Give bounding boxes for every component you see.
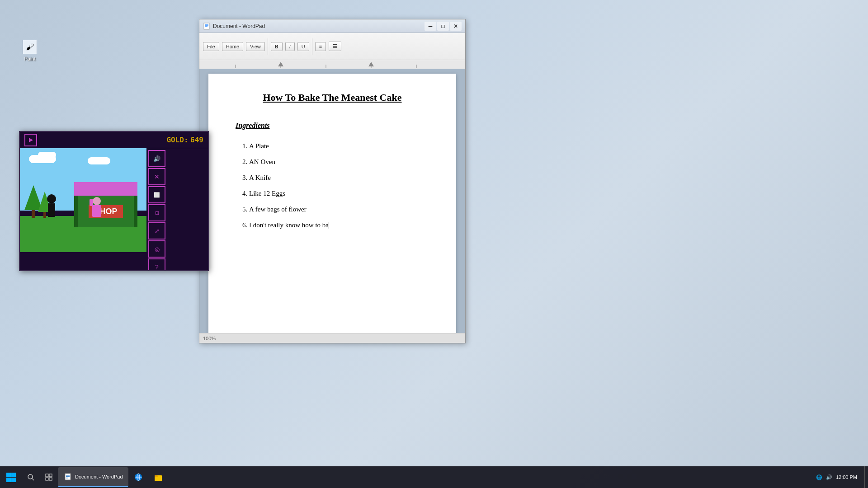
game-expand-button[interactable]: ⤢ [148,222,165,239]
shop-building: SHOP [74,182,137,227]
paint-icon: 🖌 [23,40,37,54]
ruler [199,60,465,69]
svg-rect-1 [205,24,208,25]
ingredients-list: A Plate AN Oven A Knife Like 12 Eggs A f… [236,139,429,233]
toolbar-home-button[interactable]: Home [222,42,243,51]
char-head [47,194,56,203]
wordpad-window: Document - WordPad ─ □ ✕ File Home View … [199,19,466,343]
svg-rect-32 [155,477,162,481]
game-sound-button[interactable]: 🔊 [148,150,165,167]
desktop-icon-label: Paint [24,56,35,61]
game-screen-button[interactable]: ⬜ [148,186,165,203]
toolbar-file-button[interactable]: File [203,42,219,51]
tray-network-icon: 🌐 [816,474,822,480]
svg-rect-22 [49,478,52,480]
game-help-button[interactable]: ? [148,258,165,271]
cloud-3 [88,157,110,164]
list-item: A few bags of flower [249,202,429,217]
search-icon [27,474,34,481]
svg-rect-15 [6,478,11,482]
toolbar-bold-button[interactable]: B [271,42,283,51]
desktop-icon-paint[interactable]: 🖌 Paint [23,40,37,61]
show-desktop-button[interactable] [864,466,868,488]
game-gold-display: GOLD: 649 [166,136,203,144]
svg-rect-25 [66,476,70,477]
toolbar-area: File Home View B I U ≡ ☰ [199,33,465,60]
gold-label: GOLD: [166,136,188,144]
ruler-inner [199,60,465,69]
game-window: GOLD: 649 [19,131,209,271]
list-item: Like 12 Eggs [249,186,429,201]
tray-clock: 12:00 PM [836,474,857,480]
document-area[interactable]: How To Bake The Meanest Cake Ingredients… [199,69,465,333]
char-body [48,203,55,217]
game-scene: SHOP [20,148,146,252]
taskbar: Document - WordPad [0,466,868,488]
taskbar-explorer-item[interactable] [148,467,168,487]
svg-rect-26 [66,478,68,479]
svg-rect-20 [49,474,52,477]
game-top-bar: GOLD: 649 [20,132,208,148]
taskbar-browser-item[interactable] [128,467,148,487]
close-button[interactable]: ✕ [450,22,462,31]
list-item: AN Oven [249,155,429,169]
status-zoom: 100% [203,336,216,341]
tray-volume-icon: 🔊 [826,474,832,480]
svg-rect-19 [46,474,48,477]
taskbar-wordpad-label: Document - WordPad [75,474,123,479]
svg-rect-14 [11,473,16,477]
svg-point-17 [28,474,33,479]
system-tray: 🌐 🔊 12:00 PM [809,474,864,480]
game-target-button[interactable]: ◎ [148,240,165,258]
toolbar-align-center-button[interactable]: ☰ [329,42,341,51]
svg-line-18 [32,479,34,480]
toolbar-separator [268,38,268,55]
wordpad-app-icon [203,23,210,30]
toolbar-italic-button[interactable]: I [285,42,295,51]
document-title: How To Bake The Meanest Cake [236,92,429,103]
svg-rect-13 [6,473,11,477]
browser-icon [134,473,143,482]
player-character [47,194,56,217]
start-button[interactable] [0,466,22,488]
game-resize-button[interactable]: ⊞ [148,204,165,221]
svg-rect-2 [205,25,208,26]
svg-rect-16 [11,478,16,482]
window-title-text: Document - WordPad [213,23,422,29]
document-page: How To Bake The Meanest Cake Ingredients… [208,74,456,333]
game-content: SHOP 🔊 ✕ ⬜ [20,148,208,271]
svg-rect-24 [66,475,70,476]
document-subtitle: Ingredients [236,122,429,130]
toolbar-align-left-button[interactable]: ≡ [315,42,326,51]
explorer-icon [154,473,163,482]
shop-wall: SHOP [74,196,137,227]
maximize-button[interactable]: □ [437,22,449,31]
wordpad-taskbar-icon [63,472,72,481]
window-titlebar: Document - WordPad ─ □ ✕ [199,19,465,33]
list-item: A Knife [249,170,429,185]
text-cursor [329,222,329,229]
svg-marker-12 [29,138,33,142]
svg-rect-3 [205,26,208,27]
gold-value: 649 [190,136,203,144]
cloud-2 [38,152,56,158]
shop-roof [74,182,137,196]
svg-rect-4 [199,60,465,69]
game-play-button[interactable] [24,134,37,146]
toolbar-separator-2 [312,38,312,55]
list-item: A Plate [249,139,429,154]
task-view-icon [45,474,52,481]
toolbar-view-button[interactable]: View [246,42,265,51]
taskbar-search[interactable] [22,467,40,487]
minimize-button[interactable]: ─ [425,22,436,31]
game-close-button[interactable]: ✕ [148,168,165,185]
desktop: 🖌 Paint Document - WordPad ─ □ ✕ [0,0,868,488]
window-controls: ─ □ ✕ [425,22,462,31]
taskbar-task-view[interactable] [40,467,58,487]
toolbar-underline-button[interactable]: U [297,42,309,51]
game-sidebar: 🔊 ✕ ⬜ ⊞ ⤢ ◎ ? ⊟ [146,148,169,271]
taskbar-wordpad-item[interactable]: Document - WordPad [58,467,128,487]
status-bar: 100% [199,333,465,343]
svg-rect-21 [46,478,48,480]
list-item-active: I don't really know how to ba [249,218,429,233]
